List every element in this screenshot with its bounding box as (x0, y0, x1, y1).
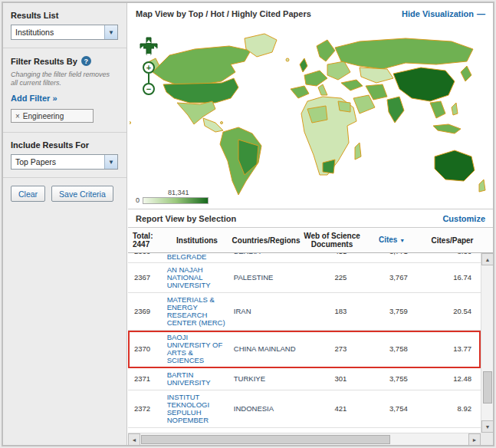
rank-cell: 2372 (128, 402, 163, 416)
divider (3, 177, 126, 178)
cites-per-paper-cell: 13.77 (419, 342, 481, 356)
institution-cell: MATERIALS & ENERGY RESEARCH CENTER (MERC… (163, 293, 230, 330)
minimize-icon: — (477, 9, 485, 18)
table-row-clipped: 2366 BELGRADE SERBIA 451 3,771 8.36 (128, 253, 481, 263)
remove-filter-icon[interactable]: × (15, 112, 20, 120)
rank-cell: 2367 (128, 271, 163, 285)
add-filter-link[interactable]: Add Filter » (11, 94, 119, 103)
map-view-title: Map View by Top / Hot / Highly Cited Pap… (136, 9, 311, 18)
cites-per-paper-cell: 20.54 (419, 305, 481, 318)
table-row: 2369 MATERIALS & ENERGY RESEARCH CENTER … (128, 293, 481, 331)
map-legend: 81,341 0 (136, 189, 220, 204)
legend-gradient-bar (143, 197, 209, 204)
rank-cell: 2371 (128, 372, 163, 386)
institution-cell: BARTIN UNIVERSITY (163, 368, 230, 390)
results-list-label: Results List (11, 11, 119, 20)
institution-cell: BELGRADE (163, 253, 230, 261)
cites-per-paper-cell: 8.92 (419, 402, 481, 416)
include-results-select[interactable]: Top Papers ▼ (11, 154, 118, 170)
cites-cell: 3,759 (360, 305, 418, 318)
institution-cell: AN NAJAH NATIONAL UNIVERSITY (163, 263, 230, 292)
divider (3, 132, 126, 133)
sidebar: Results List Institutions ▼ Filter Resul… (3, 3, 127, 445)
institution-link[interactable]: MATERIALS & ENERGY RESEARCH CENTER (MERC… (167, 295, 225, 327)
filter-chip-label: Engineering (23, 112, 64, 120)
header-documents: Web of Science Documents (301, 232, 363, 249)
documents-cell: 451 (300, 253, 360, 255)
institution-cell: INSTITUT TEKNOLOGI SEPULUH NOPEMBER (163, 390, 230, 427)
table-body: 2366 BELGRADE SERBIA 451 3,771 8.36 2367… (128, 253, 481, 433)
map-zoom-controls: + − (136, 35, 162, 95)
include-results-label: Include Results For (11, 140, 119, 150)
header-total: Total: 2447 (128, 232, 163, 249)
save-criteria-button[interactable]: Save Criteria (51, 186, 113, 202)
filter-note: Changing the filter field removes all cu… (11, 71, 110, 87)
country-cell: CHINA MAINLAND (230, 342, 300, 356)
header-countries: Countries/Regions (231, 236, 301, 245)
sort-desc-icon: ▼ (399, 238, 405, 243)
country-cell: IRAN (230, 305, 300, 318)
app-window: Results List Institutions ▼ Filter Resul… (2, 2, 494, 446)
rank-cell: 2369 (128, 305, 163, 318)
table-header-row: Total: 2447 Institutions Countries/Regio… (128, 227, 493, 253)
results-list-select[interactable]: Institutions ▼ (11, 25, 118, 40)
chevron-down-icon: ▼ (104, 155, 117, 169)
institution-cell: BAOJI UNIVERSITY OF ARTS & SCIENCES (163, 331, 230, 367)
documents-cell: 183 (300, 305, 360, 318)
header-institutions: Institutions (163, 236, 231, 245)
main-panel: Map View by Top / Hot / Highly Cited Pap… (128, 3, 493, 445)
zoom-out-button[interactable]: − (143, 83, 155, 95)
header-cites-sort[interactable]: Cites ▼ (363, 236, 421, 245)
scroll-left-button[interactable]: ◄ (128, 433, 140, 446)
chevron-down-icon: ▼ (104, 25, 117, 39)
institution-link[interactable]: BARTIN UNIVERSITY (167, 371, 211, 387)
country-cell: INDONESIA (230, 402, 300, 416)
filter-by-label: Filter Results By (11, 57, 77, 66)
world-map-canvas (130, 25, 493, 207)
country-cell: PALESTINE (230, 271, 300, 285)
vertical-scrollbar[interactable]: ▲ ▼ (481, 253, 493, 433)
cites-cell: 3,771 (360, 253, 418, 255)
customize-link[interactable]: Customize (442, 214, 485, 223)
rank-cell: 2366 (128, 253, 163, 255)
clear-button[interactable]: Clear (11, 186, 45, 202)
legend-min-value: 0 (136, 196, 140, 204)
rank-cell: 2370 (128, 342, 163, 356)
table-row-highlighted: 2370 BAOJI UNIVERSITY OF ARTS & SCIENCES… (128, 331, 481, 368)
cites-cell: 3,755 (360, 372, 418, 386)
world-map[interactable]: + − 81,341 0 (128, 25, 493, 209)
institution-link[interactable]: BAOJI UNIVERSITY OF ARTS & SCIENCES (167, 333, 223, 364)
horizontal-scrollbar[interactable]: ◄ ► (128, 433, 481, 445)
cites-cell: 3,767 (360, 271, 418, 285)
cites-per-paper-cell: 8.36 (419, 253, 481, 255)
cites-per-paper-cell: 16.74 (419, 271, 481, 285)
zoom-in-button[interactable]: + (143, 61, 155, 74)
vertical-scroll-thumb[interactable] (483, 371, 492, 404)
institution-link[interactable]: INSTITUT TEKNOLOGI SEPULUH NOPEMBER (167, 393, 209, 424)
country-cell: TURKIYE (230, 372, 300, 386)
documents-cell: 225 (300, 271, 360, 285)
institution-link[interactable]: AN NAJAH NATIONAL UNIVERSITY (167, 265, 211, 289)
map-pan-control[interactable] (136, 35, 162, 61)
filter-chip-engineering[interactable]: × Engineering (11, 109, 94, 123)
country-cell: SERBIA (230, 253, 300, 255)
hide-visualization-link[interactable]: Hide Visualization — (402, 9, 485, 18)
documents-cell: 301 (300, 372, 360, 386)
scroll-up-button[interactable]: ▲ (481, 253, 494, 265)
scroll-down-button[interactable]: ▼ (481, 420, 494, 433)
scrollbar-corner (481, 433, 493, 445)
include-results-value: Top Papers (11, 157, 104, 166)
documents-cell: 421 (300, 402, 360, 416)
report-view-title: Report View by Selection (136, 214, 236, 223)
cites-cell: 3,758 (360, 342, 418, 356)
zoom-slider-track[interactable] (148, 74, 149, 83)
cites-per-paper-cell: 12.48 (419, 372, 481, 386)
scroll-right-button[interactable]: ► (468, 433, 481, 446)
divider (3, 48, 126, 48)
documents-cell: 273 (300, 342, 360, 356)
horizontal-scroll-thumb[interactable] (141, 435, 390, 444)
help-icon[interactable]: ? (81, 56, 91, 66)
institution-link[interactable]: BELGRADE (167, 253, 207, 261)
header-cites-per-paper: Cites/Paper (421, 236, 484, 245)
cites-cell: 3,754 (360, 402, 418, 416)
